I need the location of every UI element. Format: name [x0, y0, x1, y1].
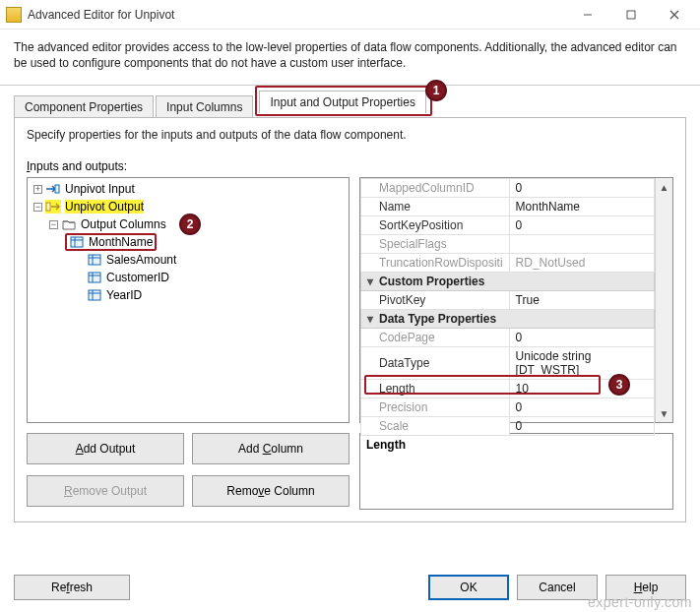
callout-1: 1	[425, 80, 447, 101]
tree-yearid[interactable]: YearID	[30, 286, 347, 304]
property-grid[interactable]: MappedColumnID 0 Name MonthName SortKeyP…	[359, 177, 673, 423]
scroll-up-icon[interactable]: ▲	[656, 178, 672, 196]
chevron-down-icon: ▾	[367, 275, 377, 288]
remove-column-button[interactable]: Remove Column	[192, 475, 350, 507]
output-column-buttons: Add Output Add Column Remove Output Remo…	[27, 433, 350, 510]
tree-label: CustomerID	[106, 271, 169, 284]
prop-codepage[interactable]: CodePage 0	[361, 329, 655, 347]
tree-label: Output Columns	[81, 217, 166, 231]
scrollbar[interactable]: ▲ ▼	[655, 178, 672, 422]
tab-panel: Specify properties for the inputs and ou…	[14, 117, 686, 522]
tree-monthname[interactable]: MonthName	[30, 233, 347, 251]
column-icon	[87, 271, 102, 284]
cancel-button[interactable]: Cancel	[517, 575, 598, 600]
tab-component-properties[interactable]: Component Properties	[14, 95, 154, 118]
maximize-button[interactable]	[609, 1, 653, 29]
prop-category-datatype[interactable]: ▾Data Type Properties	[361, 310, 655, 329]
svg-rect-5	[55, 185, 59, 193]
svg-rect-7	[71, 237, 83, 247]
tree-output-columns[interactable]: − Output Columns 2	[30, 215, 347, 233]
add-output-button[interactable]: Add Output	[27, 433, 184, 464]
tree-label: Unpivot Input	[65, 182, 135, 196]
svg-rect-10	[89, 255, 100, 265]
dialog-footer: Refresh OK Cancel Help	[14, 575, 686, 600]
expand-icon[interactable]: +	[33, 185, 42, 194]
prop-specialflags[interactable]: SpecialFlags	[361, 235, 655, 254]
prop-precision[interactable]: Precision 0	[361, 398, 655, 417]
highlight-tab-io: Input and Output Properties	[255, 86, 431, 116]
prop-sortkeyposition[interactable]: SortKeyPosition 0	[361, 216, 655, 235]
panel-subdesc: Specify properties for the inputs and ou…	[27, 128, 673, 142]
io-label: Inputs and outputs:	[27, 159, 673, 173]
output-icon	[45, 200, 61, 214]
tree-unpivot-input[interactable]: + Unpivot Input	[30, 180, 347, 198]
tree-salesamount[interactable]: SalesAmount	[30, 251, 347, 269]
prop-category-custom[interactable]: ▾Custom Properties	[361, 273, 655, 291]
dialog-description: The advanced editor provides access to t…	[0, 30, 700, 86]
prop-pivotkey[interactable]: PivotKey True	[361, 291, 655, 310]
remove-output-button: Remove Output	[27, 475, 184, 507]
add-column-button[interactable]: Add Column	[192, 433, 350, 464]
help-button[interactable]: Help	[605, 575, 686, 600]
tree-label: SalesAmount	[106, 253, 176, 267]
tree-label: YearID	[106, 288, 142, 302]
prop-mappedcolumnid[interactable]: MappedColumnID 0	[361, 179, 655, 198]
tree-label: Unpivot Output	[65, 200, 144, 214]
prop-scale[interactable]: Scale 0	[361, 417, 655, 436]
folder-icon	[61, 217, 77, 231]
prop-truncation[interactable]: TruncationRowDispositi RD_NotUsed	[361, 254, 655, 273]
tab-io-properties[interactable]: Input and Output Properties	[259, 91, 425, 113]
app-icon	[6, 7, 22, 23]
column-icon	[69, 235, 85, 249]
column-icon	[87, 288, 102, 302]
tab-input-columns[interactable]: Input Columns	[156, 95, 253, 118]
ok-button[interactable]: OK	[428, 575, 509, 600]
highlight-monthname: MonthName	[65, 233, 157, 251]
column-icon	[87, 253, 102, 267]
property-description-title: Length	[366, 438, 406, 452]
svg-rect-13	[89, 273, 100, 282]
svg-rect-6	[46, 203, 50, 211]
tree-label: MonthName	[89, 235, 153, 249]
collapse-icon[interactable]: −	[33, 203, 42, 212]
svg-rect-16	[89, 290, 100, 300]
tab-strip: Component Properties Input Columns Input…	[14, 92, 686, 117]
chevron-down-icon: ▾	[367, 312, 377, 326]
minimize-button[interactable]	[566, 1, 609, 29]
tree-customerid[interactable]: CustomerID	[30, 269, 347, 286]
prop-datatype[interactable]: DataType Unicode string [DT_WSTR]	[361, 347, 655, 380]
collapse-icon[interactable]: −	[49, 220, 58, 229]
window-title: Advanced Editor for Unpivot	[28, 8, 566, 22]
refresh-button[interactable]: Refresh	[14, 575, 130, 600]
close-button[interactable]	[653, 1, 696, 29]
prop-name[interactable]: Name MonthName	[361, 198, 655, 216]
scroll-down-icon[interactable]: ▼	[656, 404, 672, 422]
input-icon	[45, 182, 61, 196]
callout-2: 2	[179, 214, 201, 235]
titlebar: Advanced Editor for Unpivot	[0, 0, 700, 30]
svg-rect-1	[627, 11, 635, 19]
property-description: Length	[359, 433, 673, 510]
io-tree[interactable]: + Unpivot Input − Unpivot Output	[27, 177, 350, 423]
